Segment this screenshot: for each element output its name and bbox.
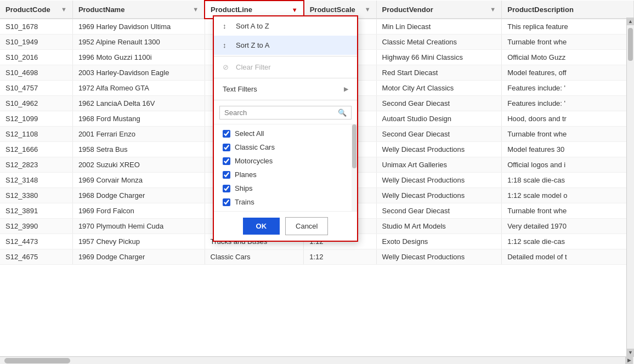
checkbox-ships[interactable]: [223, 185, 230, 192]
checkbox-select-all[interactable]: [223, 130, 230, 138]
horizontal-scrollbar[interactable]: ▶: [0, 356, 634, 364]
cell-desc: Detailed model of t: [502, 249, 634, 265]
col-label-vendor: ProductVendor: [382, 5, 433, 14]
cell-desc: Official Moto Guzz: [502, 50, 634, 65]
sort-desc-icon: ↕: [223, 41, 231, 49]
cell-desc: Turnable front whe: [502, 203, 634, 219]
cell-code: S10_4757: [0, 81, 72, 96]
table-container: ProductCode ▼ ProductName ▼ ProductLine: [0, 0, 634, 364]
filter-icon-line[interactable]: ▼: [292, 7, 298, 13]
cell-desc: 1:18 scale die-cas: [502, 173, 634, 188]
chevron-right-icon: ▶: [344, 86, 348, 93]
filter-funnel-icon: ⊘: [223, 63, 231, 71]
ok-button[interactable]: OK: [243, 218, 280, 235]
checkbox-label: Classic Cars: [235, 143, 275, 151]
search-box: 🔍: [219, 106, 352, 120]
list-scroll-thumb[interactable]: [352, 124, 356, 168]
cell-vendor: Autoart Studio Design: [376, 111, 502, 127]
cell-name: 1952 Alpine Renault 1300: [72, 35, 205, 50]
col-header-vendor[interactable]: ProductVendor ▼: [376, 1, 502, 19]
checkbox-label: Trains: [235, 198, 254, 206]
cell-scale: 1:12: [304, 249, 376, 265]
scroll-track[interactable]: [627, 25, 634, 349]
filter-dropdown: ↕ Sort A to Z ↕ Sort Z to A ⊘ Clear Filt…: [213, 15, 358, 242]
cell-name: 1969 Harley Davidson Ultima: [72, 19, 205, 35]
checkbox-item[interactable]: Select All: [214, 127, 357, 140]
checkbox-motorcycles[interactable]: [223, 157, 230, 165]
cell-desc: Hood, doors and tr: [502, 111, 634, 127]
checkbox-trains[interactable]: [223, 198, 230, 206]
cell-code: S12_3990: [0, 219, 72, 234]
checkbox-item[interactable]: Classic Cars: [214, 140, 357, 154]
cell-vendor: Exoto Designs: [376, 234, 502, 249]
clear-filter-item[interactable]: ⊘ Clear Filter: [214, 58, 357, 77]
cell-code: S12_1099: [0, 111, 72, 127]
checkbox-item[interactable]: Motorcycles: [214, 154, 357, 168]
h-scroll-thumb[interactable]: [4, 358, 70, 363]
scroll-up-arrow[interactable]: ▲: [627, 18, 635, 25]
list-scrollbar[interactable]: [352, 124, 357, 211]
cell-code: S10_4962: [0, 96, 72, 111]
checkbox-item[interactable]: Ships: [214, 181, 357, 195]
sort-desc-item[interactable]: ↕ Sort Z to A: [214, 36, 357, 55]
scroll-right-arrow[interactable]: ▶: [625, 356, 633, 364]
sort-desc-label: Sort Z to A: [236, 41, 269, 49]
search-icon: 🔍: [338, 109, 347, 117]
cancel-button[interactable]: Cancel: [285, 217, 328, 235]
cell-vendor: Classic Metal Creations: [376, 35, 502, 50]
cell-code: S10_1678: [0, 19, 72, 35]
sort-asc-label: Sort A to Z: [236, 22, 269, 30]
col-header-code[interactable]: ProductCode ▼: [0, 1, 72, 19]
cell-vendor: Min Lin Diecast: [376, 19, 502, 35]
cell-name: 1962 LanciaA Delta 16V: [72, 96, 205, 111]
filter-icon-scale[interactable]: ▼: [365, 6, 371, 13]
col-label-line: ProductLine: [211, 5, 252, 14]
cell-vendor: Welly Diecast Productions: [376, 249, 502, 265]
cell-name: 1968 Dodge Charger: [72, 188, 205, 203]
cell-name: 1969 Corvair Monza: [72, 173, 205, 188]
cell-desc: Features include: ': [502, 81, 634, 96]
cell-desc: 1:12 scale model o: [502, 188, 634, 203]
cell-vendor: Second Gear Diecast: [376, 96, 502, 111]
cell-desc: Turnable front whe: [502, 127, 634, 142]
cell-vendor: Highway 66 Mini Classics: [376, 50, 502, 65]
sort-asc-item[interactable]: ↕ Sort A to Z: [214, 16, 357, 36]
sort-asc-icon: ↕: [223, 22, 231, 30]
cell-vendor: Second Gear Diecast: [376, 127, 502, 142]
scroll-thumb[interactable]: [628, 28, 633, 61]
checkbox-label: Select All: [235, 129, 264, 138]
cell-code: S12_1108: [0, 127, 72, 142]
checkbox-planes[interactable]: [223, 171, 230, 179]
cell-code: S12_4675: [0, 249, 72, 265]
col-header-name[interactable]: ProductName ▼: [72, 1, 205, 19]
scroll-down-arrow[interactable]: ▼: [627, 349, 635, 356]
vertical-scrollbar[interactable]: ▲ ▼: [626, 18, 634, 356]
cell-desc: Model features, off: [502, 65, 634, 81]
filter-icon-code[interactable]: ▼: [61, 6, 67, 13]
cell-name: 1996 Moto Guzzi 1100i: [72, 50, 205, 65]
cell-vendor: Second Gear Diecast: [376, 203, 502, 219]
search-input[interactable]: [224, 109, 335, 117]
cell-vendor: Red Start Diecast: [376, 65, 502, 81]
checkbox-item[interactable]: Planes: [214, 168, 357, 181]
cell-vendor: Studio M Art Models: [376, 219, 502, 234]
cell-code: S12_2823: [0, 157, 72, 173]
cell-code: S12_4473: [0, 234, 72, 249]
cell-code: S10_4698: [0, 65, 72, 81]
checkbox-list: Select AllClassic CarsMotorcyclesPlanesS…: [214, 124, 357, 211]
filter-icon-vendor[interactable]: ▼: [490, 6, 496, 13]
text-filters-item[interactable]: Text Filters ▶: [214, 79, 357, 99]
cell-name: 1968 Ford Mustang: [72, 111, 205, 127]
cell-name: 1957 Chevy Pickup: [72, 234, 205, 249]
col-label-code: ProductCode: [5, 5, 50, 14]
filter-icon-name[interactable]: ▼: [193, 6, 199, 13]
col-label-scale: ProductScale: [310, 5, 355, 14]
cell-code: S12_3380: [0, 188, 72, 203]
cell-desc: Model features 30: [502, 142, 634, 157]
checkbox-item[interactable]: Trains: [214, 195, 357, 209]
text-filters-label: Text Filters: [223, 85, 257, 93]
col-label-name: ProductName: [78, 5, 125, 14]
cell-desc: This replica feature: [502, 19, 634, 35]
cell-vendor: Welly Diecast Productions: [376, 142, 502, 157]
checkbox-classic-cars[interactable]: [223, 144, 230, 151]
